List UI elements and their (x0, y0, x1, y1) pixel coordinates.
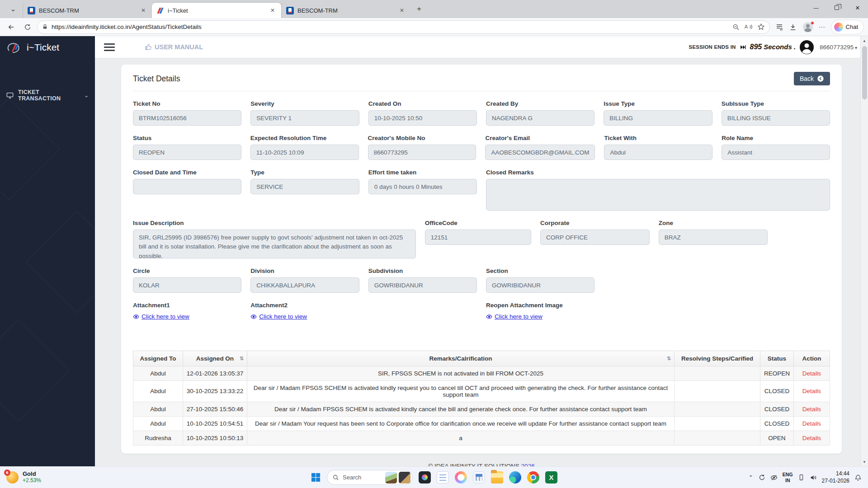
address-bar[interactable]: https://ideainfinity.iticket.co.in/Agent… (37, 20, 770, 34)
details-link[interactable]: Details (802, 370, 821, 377)
field: Status REOPEN (133, 135, 241, 160)
refresh-button[interactable] (21, 20, 34, 34)
field: Subdivision GOWRIBIDANUR (368, 267, 477, 293)
photos-icon[interactable] (419, 471, 431, 483)
field-label: Creator's Mobile No (368, 135, 476, 141)
gold-badge: 6 (4, 469, 10, 476)
hidden-icons-chevron[interactable] (748, 475, 754, 480)
chevron-down-icon (84, 93, 89, 99)
zoom-out-icon[interactable] (732, 23, 740, 31)
field-label: Closed Remarks (486, 169, 830, 176)
attachment-view-link[interactable]: Click here to view (486, 313, 542, 320)
details-link[interactable]: Details (802, 420, 821, 427)
clock[interactable]: 14:44 27-01-2026 (822, 470, 849, 484)
search-highlight-image-2 (399, 472, 410, 483)
minimize-button[interactable] (806, 0, 826, 15)
details-link[interactable]: Details (802, 435, 821, 441)
cell-remarks: Dear sir / Madam FPSGS SCHEM is activate… (247, 380, 675, 402)
brand[interactable]: i~Ticket (0, 36, 95, 58)
sidebar-decoration (0, 98, 60, 200)
url-text[interactable]: https://ideainfinity.iticket.co.in/Agent… (52, 23, 729, 30)
collections-icon[interactable] (775, 23, 783, 31)
read-aloud-icon[interactable]: A (744, 23, 753, 31)
favorite-star-icon[interactable] (757, 23, 765, 31)
browser-tab[interactable]: BESCOM-TRM (23, 3, 152, 18)
start-button[interactable] (311, 472, 321, 483)
field-value: 0 days 0 hours 0 Minutes (368, 179, 477, 194)
tab-search-button[interactable] (5, 2, 22, 16)
cell-resolving-steps (675, 380, 760, 402)
scrollbar-up-arrow[interactable] (861, 37, 868, 44)
search-label: Search (343, 474, 382, 481)
sync-tray-icon[interactable] (759, 474, 765, 481)
field-value: 10-10-2025 10:50 (368, 110, 477, 126)
field: Zone BRAZ (659, 220, 768, 258)
field-label: Section (486, 267, 594, 274)
back-nav-button[interactable] (5, 20, 18, 34)
attachment-view-link[interactable]: Click here to view (133, 313, 189, 320)
attachment-label: Attachment1 (133, 302, 241, 309)
tab-strip-tabs: BESCOM-TRM i~Ticket BESCOM-TRM (23, 0, 410, 18)
field-label: Circle (133, 267, 241, 274)
new-tab-button[interactable] (412, 2, 426, 16)
sidebar-item-ticket-transaction[interactable]: TICKET TRANSACTION (0, 84, 95, 106)
chrome-icon[interactable] (527, 471, 539, 483)
attachment-view-link[interactable]: Click here to view (250, 313, 307, 320)
table-header-cell[interactable]: Assigned On (183, 351, 247, 366)
field-label: Division (250, 267, 359, 274)
weather-widget[interactable]: 6 Gold +2.53% (6, 471, 41, 484)
profile-avatar[interactable] (802, 22, 813, 33)
field-label: Expected Resolution Time (250, 135, 359, 141)
notepad-icon[interactable] (437, 471, 449, 483)
details-link[interactable]: Details (802, 388, 821, 394)
table-header-cell[interactable]: Remarks/Calrification (247, 351, 675, 366)
tab-close-icon[interactable] (398, 6, 406, 14)
page-scrollbar[interactable] (860, 36, 868, 466)
user-manual-link[interactable]: USER MANUAL (145, 43, 203, 51)
download-icon[interactable] (789, 23, 797, 31)
edge-icon[interactable] (509, 471, 521, 483)
toolbar-icons (773, 22, 829, 33)
browser-tab[interactable]: BESCOM-TRM (281, 3, 410, 18)
privacy-tray-icon[interactable] (770, 474, 778, 481)
file-explorer-icon[interactable] (491, 471, 503, 483)
phone-link-icon[interactable] (798, 474, 805, 481)
field-value: CHIKKABALLAPURA (250, 277, 359, 293)
calculator-icon[interactable] (473, 471, 485, 483)
hamburger-menu-icon[interactable] (104, 43, 115, 51)
restore-button[interactable] (826, 0, 847, 15)
copilot-chat-button[interactable]: Chat (831, 20, 863, 34)
svg-text:A: A (744, 24, 748, 29)
notifications-icon[interactable] (854, 474, 862, 481)
field: Corporate CORP OFFICE (540, 220, 650, 258)
close-button[interactable] (847, 0, 868, 15)
user-avatar-icon[interactable] (800, 40, 814, 54)
field-label: Role Name (722, 135, 830, 141)
tab-favicon-icon (286, 7, 294, 14)
details-link[interactable]: Details (802, 406, 821, 413)
volume-icon[interactable] (810, 474, 817, 481)
browser-tab[interactable]: i~Ticket (152, 3, 281, 18)
widget-change: +2.53% (23, 478, 41, 484)
excel-icon[interactable] (545, 471, 557, 483)
page-title: Ticket Details (133, 74, 180, 84)
field: Ticket With Abdul (604, 135, 712, 160)
copilot-icon[interactable] (455, 471, 467, 483)
back-button[interactable]: Back (794, 72, 830, 85)
field-value: 11-10-2025 10:09 (250, 145, 359, 160)
tab-close-icon[interactable] (139, 6, 147, 14)
attachment-link-text: Click here to view (495, 313, 542, 320)
cell-status: CLOSED (760, 380, 794, 402)
field-value: CORP OFFICE (540, 230, 650, 245)
language-indicator[interactable]: ENG IN (783, 472, 793, 483)
tab-close-icon[interactable] (269, 6, 277, 14)
user-id-dropdown[interactable]: 8660773295 (820, 44, 857, 51)
field-row: Closed Date and Time Type SERVICE Effort… (133, 169, 830, 211)
scrollbar-thumb[interactable] (862, 46, 867, 99)
cell-remarks: a (247, 431, 675, 445)
more-menu-icon[interactable] (819, 23, 826, 31)
copyright-text: © IDEA INFINITY IT SOLUTIONS (428, 463, 519, 467)
scrollbar-down-arrow[interactable] (861, 458, 868, 465)
field-label: Corporate (540, 220, 650, 226)
search-box[interactable]: Search (327, 470, 413, 485)
